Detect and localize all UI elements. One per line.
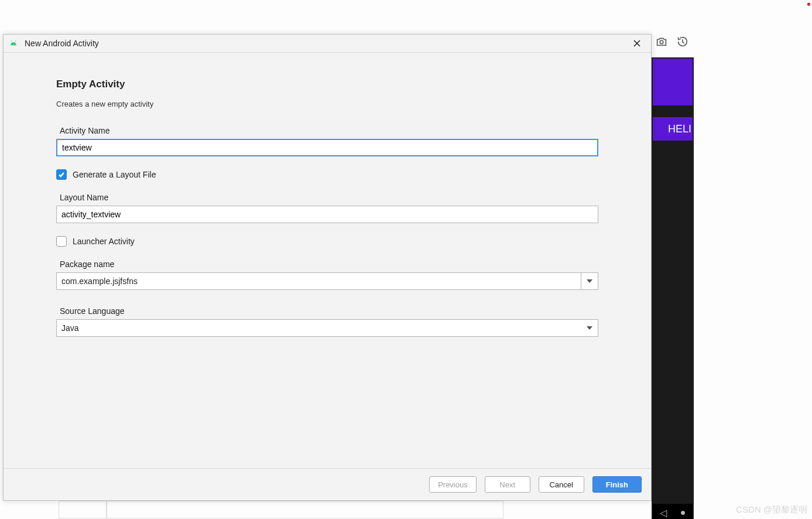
page-heading: Empty Activity bbox=[56, 78, 598, 90]
launcher-checkbox[interactable] bbox=[56, 236, 67, 247]
activity-name-group: Activity Name bbox=[56, 126, 598, 156]
chevron-down-icon bbox=[587, 326, 592, 330]
source-language-label: Source Language bbox=[60, 306, 598, 316]
check-icon bbox=[58, 171, 65, 178]
camera-icon[interactable] bbox=[655, 35, 668, 50]
generate-layout-row[interactable]: Generate a Layout File bbox=[56, 169, 598, 180]
package-name-combo[interactable]: com.example.jsjfsfns bbox=[56, 272, 598, 290]
android-icon bbox=[8, 38, 19, 49]
cancel-button[interactable]: Cancel bbox=[539, 476, 584, 493]
launcher-row[interactable]: Launcher Activity bbox=[56, 236, 598, 247]
bg-bottom-grid bbox=[59, 501, 503, 518]
generate-layout-label: Generate a Layout File bbox=[73, 170, 156, 179]
activity-name-label: Activity Name bbox=[60, 126, 598, 135]
nav-home-icon: ● bbox=[680, 507, 686, 518]
preview-chip: HELI bbox=[653, 117, 693, 141]
package-name-group: Package name com.example.jsjfsfns bbox=[56, 260, 598, 290]
svg-point-0 bbox=[660, 40, 663, 44]
source-language-dropdown-button[interactable] bbox=[581, 320, 598, 336]
new-activity-dialog: New Android Activity Empty Activity Crea… bbox=[3, 34, 652, 501]
previous-button[interactable]: Previous bbox=[429, 476, 477, 493]
finish-button[interactable]: Finish bbox=[592, 476, 642, 493]
close-button[interactable] bbox=[629, 35, 645, 52]
package-name-dropdown-button[interactable] bbox=[581, 273, 598, 289]
dialog-content: Empty Activity Creates a new empty activ… bbox=[4, 53, 651, 468]
dialog-footer: Previous Next Cancel Finish bbox=[4, 468, 651, 500]
activity-name-input[interactable] bbox=[56, 139, 598, 156]
source-language-value[interactable]: Java bbox=[57, 320, 581, 336]
watermark: CSDN @望黎逐明 bbox=[736, 504, 807, 515]
layout-name-label: Layout Name bbox=[60, 193, 598, 202]
history-icon[interactable] bbox=[676, 35, 689, 50]
titlebar: New Android Activity bbox=[4, 35, 651, 53]
nav-back-icon: ◁ bbox=[660, 507, 667, 518]
layout-name-group: Layout Name bbox=[56, 193, 598, 223]
source-language-group: Source Language Java bbox=[56, 306, 598, 337]
preview-navbar: ◁ ● bbox=[653, 504, 693, 519]
bg-toolbar bbox=[655, 35, 689, 50]
svg-point-1 bbox=[12, 43, 13, 44]
page-subtitle: Creates a new empty activity bbox=[56, 100, 598, 108]
preview-appbar bbox=[653, 59, 693, 105]
layout-name-input[interactable] bbox=[56, 206, 598, 223]
package-name-label: Package name bbox=[60, 260, 598, 269]
source-language-select[interactable]: Java bbox=[56, 319, 598, 337]
next-button[interactable]: Next bbox=[485, 476, 530, 493]
device-preview: HELI ◁ ● bbox=[652, 57, 694, 519]
generate-layout-checkbox[interactable] bbox=[56, 169, 67, 180]
chevron-down-icon bbox=[587, 279, 592, 283]
package-name-value[interactable]: com.example.jsjfsfns bbox=[57, 273, 581, 289]
dialog-title: New Android Activity bbox=[25, 39, 629, 48]
red-dot: • bbox=[807, 0, 811, 8]
launcher-label: Launcher Activity bbox=[73, 237, 135, 246]
svg-point-2 bbox=[14, 43, 15, 44]
